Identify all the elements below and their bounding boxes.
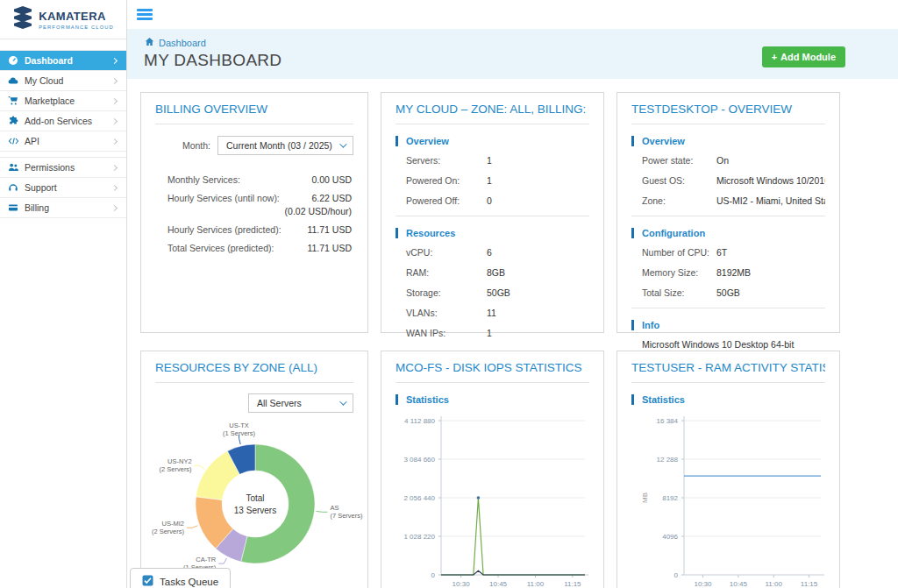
svg-text:4 112 880: 4 112 880 bbox=[404, 417, 436, 425]
kv-row: Total Size:50GB bbox=[631, 287, 825, 298]
svg-text:1 028 220: 1 028 220 bbox=[403, 533, 435, 541]
hamburger-menu-icon[interactable] bbox=[137, 9, 153, 22]
svg-text:(1 Servers): (1 Servers) bbox=[223, 429, 256, 437]
kv-row: Powered Off:0 bbox=[396, 195, 589, 206]
kv-row: Power state:On bbox=[631, 155, 825, 166]
card-title: BILLING OVERVIEW bbox=[155, 103, 353, 116]
sidebar-item-api[interactable]: API bbox=[0, 131, 126, 152]
svg-text:2 056 440: 2 056 440 bbox=[403, 494, 435, 502]
chevron-down-icon bbox=[339, 140, 346, 147]
svg-text:13 Servers: 13 Servers bbox=[234, 506, 276, 515]
sidebar-item-my-cloud[interactable]: My Cloud bbox=[0, 71, 126, 91]
sidebar-item-add-on-services[interactable]: Add-on Services bbox=[0, 111, 126, 131]
kv-row: VLANs:11 bbox=[396, 308, 589, 318]
billing-row-subvalue: (0.02 USD/hour) bbox=[155, 206, 352, 216]
testdesktop-overview-card: TESTDESKTOP - OVERVIEW Overview Power st… bbox=[616, 92, 840, 333]
billing-row: Hourly Services (predicted): 11.71 USD bbox=[155, 224, 353, 235]
cloud-icon bbox=[8, 75, 25, 86]
kv-row: vCPU:6 bbox=[396, 247, 589, 258]
headset-icon bbox=[8, 182, 25, 193]
brand-logo[interactable]: KAMATERA PERFORMANCE CLOUD bbox=[0, 0, 126, 39]
chevron-down-icon bbox=[339, 398, 346, 405]
svg-text:AS: AS bbox=[330, 504, 339, 512]
kv-row: Storage:50GB bbox=[396, 287, 589, 298]
chevron-right-icon bbox=[111, 184, 118, 190]
section-configuration: Configuration bbox=[631, 228, 825, 238]
page-header: Dashboard MY DASHBOARD + Add Module bbox=[127, 29, 898, 79]
card-title: TESTDESKTOP - OVERVIEW bbox=[631, 103, 825, 116]
resources-by-zone-card: RESOURCES BY ZONE (ALL) All Servers AS(7… bbox=[140, 351, 368, 588]
svg-text:11:15: 11:15 bbox=[564, 580, 581, 588]
month-label: Month: bbox=[182, 140, 210, 151]
svg-text:MB: MB bbox=[641, 492, 649, 503]
ram-activity-line-chart: 04096819212 28816 38410:3010:4511:0011:1… bbox=[631, 414, 825, 588]
svg-text:11:00: 11:00 bbox=[765, 580, 782, 588]
chevron-right-icon bbox=[111, 77, 118, 83]
section-statistics: Statistics bbox=[396, 394, 589, 405]
kv-row: Servers:1 bbox=[396, 155, 589, 166]
kv-row: WAN IPs:1 bbox=[396, 328, 589, 338]
card-title: MCO-FS - DISK IOPS STATISTICS bbox=[396, 361, 589, 374]
svg-text:10:30: 10:30 bbox=[695, 580, 713, 588]
kamatera-logo-icon bbox=[12, 6, 33, 32]
card-title: RESOURCES BY ZONE (ALL) bbox=[155, 361, 353, 374]
svg-text:12 288: 12 288 bbox=[657, 456, 679, 464]
section-overview: Overview bbox=[396, 136, 589, 146]
server-filter-select[interactable]: All Servers bbox=[248, 393, 353, 413]
sidebar-item-permissions[interactable]: Permissions bbox=[0, 158, 126, 178]
sidebar-item-support[interactable]: Support bbox=[0, 178, 126, 198]
info-value: Microsoft Windows 10 Desktop 64-bit bbox=[631, 339, 825, 350]
section-resources: Resources bbox=[396, 228, 589, 238]
chevron-right-icon bbox=[111, 138, 118, 144]
svg-text:11:15: 11:15 bbox=[801, 580, 818, 588]
cart-icon bbox=[8, 96, 25, 106]
svg-text:(2 Servers): (2 Servers) bbox=[152, 528, 185, 535]
add-module-button[interactable]: + Add Module bbox=[762, 46, 845, 67]
sidebar-menu: Dashboard My Cloud Marketplace Add-on Se… bbox=[0, 50, 126, 218]
brand-name: KAMATERA bbox=[39, 10, 114, 23]
kv-row: RAM:8GB bbox=[396, 267, 589, 278]
code-icon bbox=[8, 136, 25, 146]
svg-text:US-NY2: US-NY2 bbox=[167, 457, 192, 465]
svg-text:CA-TR: CA-TR bbox=[196, 556, 216, 563]
credit-card-icon bbox=[8, 202, 25, 213]
page-title: MY DASHBOARD bbox=[144, 51, 282, 70]
month-select[interactable]: Current Month (03 / 2025) bbox=[217, 136, 353, 155]
puzzle-icon bbox=[8, 116, 25, 126]
svg-text:Total: Total bbox=[246, 493, 264, 503]
svg-text:11:00: 11:00 bbox=[527, 580, 545, 588]
users-icon bbox=[8, 162, 25, 173]
ram-activity-card: TESTUSER - RAM ACTIVITY STATISTICS Stati… bbox=[616, 351, 840, 588]
tasks-queue-button[interactable]: Tasks Queue bbox=[130, 568, 231, 588]
breadcrumb[interactable]: Dashboard bbox=[145, 37, 206, 48]
sidebar: KAMATERA PERFORMANCE CLOUD Dashboard My … bbox=[0, 0, 127, 588]
checked-checkbox-icon bbox=[142, 575, 153, 588]
svg-text:3 084 660: 3 084 660 bbox=[403, 456, 435, 464]
svg-text:0: 0 bbox=[674, 571, 679, 579]
plus-icon: + bbox=[772, 52, 777, 62]
svg-text:4096: 4096 bbox=[662, 533, 678, 541]
billing-row: Hourly Services (until now): 6.22 USD bbox=[155, 193, 353, 203]
svg-text:10:30: 10:30 bbox=[453, 580, 471, 588]
svg-text:US-TX: US-TX bbox=[229, 422, 249, 429]
svg-text:10:45: 10:45 bbox=[730, 580, 748, 588]
section-overview: Overview bbox=[631, 136, 825, 146]
svg-text:(2 Servers): (2 Servers) bbox=[160, 465, 193, 473]
sidebar-item-dashboard[interactable]: Dashboard bbox=[0, 51, 126, 71]
home-icon bbox=[145, 37, 154, 48]
section-info: Info bbox=[631, 320, 825, 330]
dashboard-content: BILLING OVERVIEW Month: Current Month (0… bbox=[127, 79, 898, 588]
chevron-right-icon bbox=[111, 164, 118, 170]
top-bar bbox=[127, 0, 898, 29]
svg-text:10:45: 10:45 bbox=[489, 580, 508, 588]
sidebar-item-billing[interactable]: Billing bbox=[0, 198, 126, 218]
billing-row: Total Services (predicted): 11.71 USD bbox=[155, 243, 353, 253]
chevron-right-icon bbox=[111, 57, 118, 63]
svg-text:16 384: 16 384 bbox=[657, 417, 679, 425]
disk-iops-line-chart: 01 028 2202 056 4403 084 6604 112 88010:… bbox=[396, 414, 589, 588]
resources-by-zone-donut-chart: AS(7 Servers)CA-TR(1 Servers)US-MI2(2 Se… bbox=[155, 416, 353, 588]
billing-row: Monthly Services: 0.00 USD bbox=[155, 174, 353, 185]
sidebar-item-marketplace[interactable]: Marketplace bbox=[0, 91, 126, 111]
svg-text:8192: 8192 bbox=[662, 494, 678, 502]
kv-row: Powered On:1 bbox=[396, 175, 589, 186]
